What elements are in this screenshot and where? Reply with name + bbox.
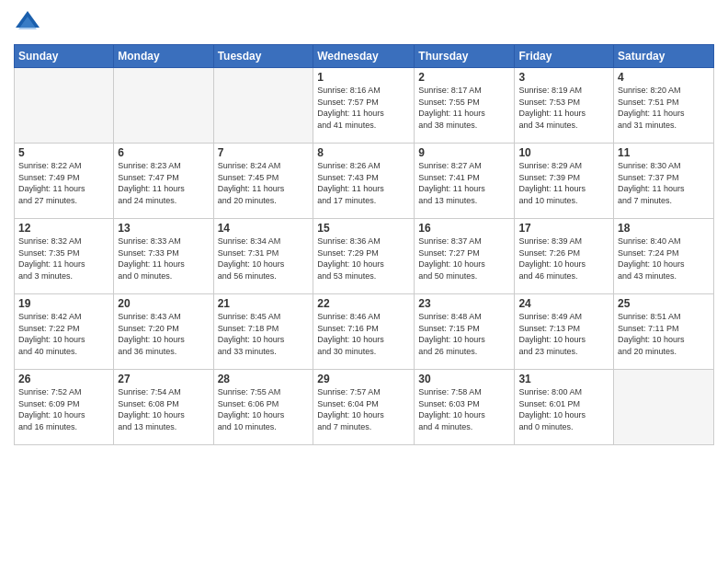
calendar-cell: 13Sunrise: 8:33 AM Sunset: 7:33 PM Dayli… [114,219,213,294]
calendar-header-row: SundayMondayTuesdayWednesdayThursdayFrid… [15,45,714,68]
header-wednesday: Wednesday [313,45,415,68]
day-number: 13 [118,222,209,235]
day-number: 26 [18,373,109,385]
day-info: Sunrise: 8:49 AM Sunset: 7:13 PM Dayligh… [518,311,609,357]
day-info: Sunrise: 8:39 AM Sunset: 7:26 PM Dayligh… [518,236,609,282]
day-info: Sunrise: 8:46 AM Sunset: 7:16 PM Dayligh… [317,311,410,357]
day-number: 29 [317,373,410,385]
day-number: 10 [518,146,609,159]
day-info: Sunrise: 8:17 AM Sunset: 7:55 PM Dayligh… [418,85,510,131]
day-number: 6 [118,146,209,159]
day-info: Sunrise: 7:58 AM Sunset: 6:03 PM Dayligh… [418,386,510,432]
day-number: 7 [218,146,310,159]
day-number: 18 [618,222,710,235]
day-number: 11 [618,146,710,159]
day-info: Sunrise: 8:34 AM Sunset: 7:31 PM Dayligh… [218,236,310,282]
day-info: Sunrise: 8:24 AM Sunset: 7:45 PM Dayligh… [218,160,310,206]
calendar-cell [114,68,213,144]
calendar-cell: 20Sunrise: 8:43 AM Sunset: 7:20 PM Dayli… [114,294,213,370]
logo [14,9,45,37]
header-tuesday: Tuesday [213,45,313,68]
calendar-table: SundayMondayTuesdayWednesdayThursdayFrid… [14,44,714,445]
page: SundayMondayTuesdayWednesdayThursdayFrid… [0,0,728,563]
day-number: 15 [317,222,410,235]
calendar-cell: 4Sunrise: 8:20 AM Sunset: 7:51 PM Daylig… [614,68,714,144]
day-info: Sunrise: 7:57 AM Sunset: 6:04 PM Dayligh… [317,386,410,432]
day-number: 28 [218,373,310,385]
day-info: Sunrise: 8:26 AM Sunset: 7:43 PM Dayligh… [317,160,410,206]
day-number: 5 [18,146,109,159]
day-number: 17 [518,222,609,235]
calendar-cell: 1Sunrise: 8:16 AM Sunset: 7:57 PM Daylig… [313,68,415,144]
day-number: 14 [218,222,310,235]
day-number: 25 [618,297,710,310]
day-number: 21 [218,297,310,310]
day-number: 12 [18,222,109,235]
day-info: Sunrise: 8:23 AM Sunset: 7:47 PM Dayligh… [118,160,209,206]
day-number: 24 [518,297,609,310]
day-number: 31 [518,373,609,385]
day-number: 30 [418,373,510,385]
logo-icon [14,9,41,37]
calendar-cell: 9Sunrise: 8:27 AM Sunset: 7:41 PM Daylig… [415,144,515,219]
day-number: 8 [317,146,410,159]
calendar-cell: 2Sunrise: 8:17 AM Sunset: 7:55 PM Daylig… [415,68,515,144]
calendar-cell [614,370,714,445]
day-number: 23 [418,297,510,310]
day-info: Sunrise: 8:00 AM Sunset: 6:01 PM Dayligh… [518,386,609,432]
calendar-cell: 16Sunrise: 8:37 AM Sunset: 7:27 PM Dayli… [415,219,515,294]
header-thursday: Thursday [415,45,515,68]
calendar-cell: 28Sunrise: 7:55 AM Sunset: 6:06 PM Dayli… [213,370,313,445]
day-number: 19 [18,297,109,310]
day-info: Sunrise: 8:48 AM Sunset: 7:15 PM Dayligh… [418,311,510,357]
day-number: 2 [418,71,510,84]
day-info: Sunrise: 8:32 AM Sunset: 7:35 PM Dayligh… [18,236,109,282]
day-info: Sunrise: 8:37 AM Sunset: 7:27 PM Dayligh… [418,236,510,282]
calendar-cell: 8Sunrise: 8:26 AM Sunset: 7:43 PM Daylig… [313,144,415,219]
day-info: Sunrise: 8:16 AM Sunset: 7:57 PM Dayligh… [317,85,410,131]
calendar-week-1: 5Sunrise: 8:22 AM Sunset: 7:49 PM Daylig… [15,144,714,219]
calendar-cell: 22Sunrise: 8:46 AM Sunset: 7:16 PM Dayli… [313,294,415,370]
calendar-cell: 29Sunrise: 7:57 AM Sunset: 6:04 PM Dayli… [313,370,415,445]
calendar-cell: 19Sunrise: 8:42 AM Sunset: 7:22 PM Dayli… [15,294,114,370]
calendar-cell: 6Sunrise: 8:23 AM Sunset: 7:47 PM Daylig… [114,144,213,219]
calendar-cell: 18Sunrise: 8:40 AM Sunset: 7:24 PM Dayli… [614,219,714,294]
day-info: Sunrise: 8:45 AM Sunset: 7:18 PM Dayligh… [218,311,310,357]
calendar-cell: 17Sunrise: 8:39 AM Sunset: 7:26 PM Dayli… [515,219,614,294]
header-monday: Monday [114,45,213,68]
calendar-cell: 15Sunrise: 8:36 AM Sunset: 7:29 PM Dayli… [313,219,415,294]
calendar-cell [213,68,313,144]
day-number: 22 [317,297,410,310]
day-info: Sunrise: 8:43 AM Sunset: 7:20 PM Dayligh… [118,311,209,357]
calendar-week-0: 1Sunrise: 8:16 AM Sunset: 7:57 PM Daylig… [15,68,714,144]
day-info: Sunrise: 8:51 AM Sunset: 7:11 PM Dayligh… [618,311,710,357]
header-saturday: Saturday [614,45,714,68]
day-number: 16 [418,222,510,235]
day-number: 4 [618,71,710,84]
calendar-cell: 3Sunrise: 8:19 AM Sunset: 7:53 PM Daylig… [515,68,614,144]
day-number: 3 [518,71,609,84]
day-info: Sunrise: 8:30 AM Sunset: 7:37 PM Dayligh… [618,160,710,206]
calendar-cell: 26Sunrise: 7:52 AM Sunset: 6:09 PM Dayli… [15,370,114,445]
calendar-cell: 30Sunrise: 7:58 AM Sunset: 6:03 PM Dayli… [415,370,515,445]
day-number: 20 [118,297,209,310]
calendar-cell: 27Sunrise: 7:54 AM Sunset: 6:08 PM Dayli… [114,370,213,445]
day-info: Sunrise: 8:29 AM Sunset: 7:39 PM Dayligh… [518,160,609,206]
day-info: Sunrise: 8:36 AM Sunset: 7:29 PM Dayligh… [317,236,410,282]
calendar-week-4: 26Sunrise: 7:52 AM Sunset: 6:09 PM Dayli… [15,370,714,445]
header-friday: Friday [515,45,614,68]
calendar-cell: 7Sunrise: 8:24 AM Sunset: 7:45 PM Daylig… [213,144,313,219]
day-info: Sunrise: 8:40 AM Sunset: 7:24 PM Dayligh… [618,236,710,282]
day-number: 27 [118,373,209,385]
calendar-cell: 24Sunrise: 8:49 AM Sunset: 7:13 PM Dayli… [515,294,614,370]
calendar-cell: 10Sunrise: 8:29 AM Sunset: 7:39 PM Dayli… [515,144,614,219]
calendar-cell: 12Sunrise: 8:32 AM Sunset: 7:35 PM Dayli… [15,219,114,294]
day-info: Sunrise: 7:55 AM Sunset: 6:06 PM Dayligh… [218,386,310,432]
calendar-cell: 31Sunrise: 8:00 AM Sunset: 6:01 PM Dayli… [515,370,614,445]
calendar-cell: 14Sunrise: 8:34 AM Sunset: 7:31 PM Dayli… [213,219,313,294]
day-info: Sunrise: 8:27 AM Sunset: 7:41 PM Dayligh… [418,160,510,206]
calendar-cell [15,68,114,144]
day-info: Sunrise: 8:33 AM Sunset: 7:33 PM Dayligh… [118,236,209,282]
day-info: Sunrise: 8:20 AM Sunset: 7:51 PM Dayligh… [618,85,710,131]
calendar-week-3: 19Sunrise: 8:42 AM Sunset: 7:22 PM Dayli… [15,294,714,370]
